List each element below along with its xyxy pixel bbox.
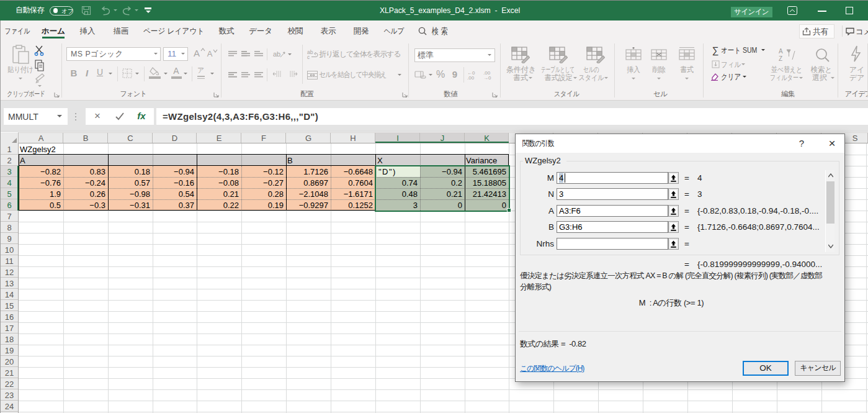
svg-text:Z: Z — [779, 55, 782, 62]
svg-text:.00: .00 — [467, 75, 475, 79]
svg-text:A: A — [779, 48, 783, 55]
svg-text:ab: ab — [273, 50, 280, 58]
svg-text:→0: →0 — [483, 75, 491, 79]
